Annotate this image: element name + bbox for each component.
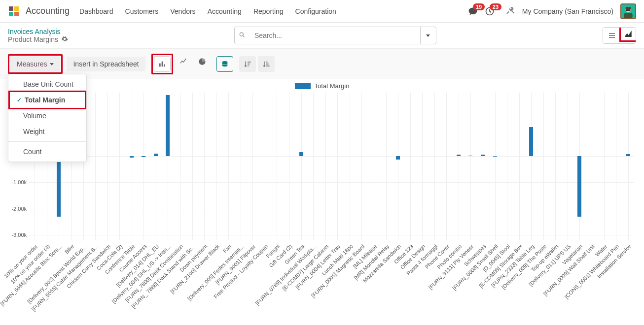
chart-bar[interactable] [481, 155, 485, 156]
breadcrumb-bottom: Product Margins [8, 35, 68, 44]
measures-highlight: Measures [8, 54, 63, 74]
stack-group [216, 56, 233, 72]
activities-icon[interactable]: 23 [485, 6, 495, 16]
nav-dashboard[interactable]: Dashboard [79, 7, 113, 15]
chart-bar[interactable] [626, 154, 630, 156]
chart-plot: 0.00-1.00k-2.00k-3.00k [29, 93, 634, 240]
measure-volume[interactable]: Volume [8, 108, 86, 124]
ytick: -2.00k [8, 206, 27, 212]
measure-base-unit-count[interactable]: Base Unit Count [8, 76, 86, 92]
legend-swatch [295, 83, 311, 89]
line-chart-button[interactable] [175, 54, 192, 69]
bar-chart-button[interactable] [154, 56, 171, 72]
graph-toolbar: Measures Insert in Spreadsheet [0, 48, 644, 79]
app-title[interactable]: Accounting [26, 6, 70, 16]
search-icon [235, 32, 250, 40]
gear-icon[interactable] [61, 35, 68, 44]
breadcrumb-top[interactable]: Invoices Analysis [8, 28, 68, 35]
search-box [234, 27, 436, 44]
topnav-right: 19 23 My Company (San Francisco) [468, 3, 636, 19]
check-icon: ✓ [17, 97, 22, 103]
measure-count[interactable]: Count [8, 144, 86, 160]
dropdown-separator [8, 141, 86, 142]
search-options-button[interactable] [420, 27, 436, 44]
svg-rect-0 [9, 6, 13, 11]
svg-rect-14 [164, 65, 165, 67]
breadcrumb: Invoices Analysis Product Margins [8, 28, 68, 44]
svg-rect-2 [9, 12, 13, 16]
stacked-button[interactable] [216, 56, 233, 72]
chart-area: Total Margin 0.00-1.00k-2.00k-3.00k 10% … [0, 79, 644, 325]
search-input[interactable] [250, 28, 420, 43]
nav-configuration[interactable]: Configuration [295, 7, 336, 15]
legend-label: Total Margin [315, 82, 350, 90]
svg-line-11 [243, 35, 245, 37]
svg-point-10 [240, 32, 243, 36]
svg-rect-7 [624, 13, 633, 18]
xlabel: Free Product - Loyalty Coupen [213, 243, 269, 299]
tools-icon[interactable] [506, 6, 515, 16]
view-switcher [603, 27, 636, 44]
chart-type-group [151, 54, 211, 74]
svg-point-15 [222, 61, 227, 63]
svg-rect-1 [14, 6, 19, 11]
insert-spreadsheet-button[interactable]: Insert in Spreadsheet [67, 57, 145, 71]
measures-dropdown: Base Unit Count ✓Total Margin Volume Wei… [8, 74, 87, 162]
sort-desc-button[interactable] [239, 56, 256, 72]
measures-button[interactable]: Measures [10, 57, 60, 71]
nav-reporting[interactable]: Reporting [253, 7, 284, 15]
messages-icon[interactable]: 19 [468, 6, 478, 16]
chart-bar[interactable] [457, 155, 461, 156]
app-logo [8, 5, 20, 17]
sort-asc-button[interactable] [258, 56, 275, 72]
nav-customers[interactable]: Customers [125, 7, 159, 15]
topnav: Accounting Dashboard Customers Vendors A… [0, 0, 644, 23]
svg-rect-9 [626, 9, 631, 11]
chart-bar[interactable] [468, 156, 472, 156]
search-wrap [76, 27, 595, 44]
measure-weight[interactable]: Weight [8, 124, 86, 139]
nav-accounting[interactable]: Accounting [208, 7, 242, 15]
chart-legend: Total Margin [8, 79, 636, 93]
sort-group [239, 56, 275, 72]
company-selector[interactable]: My Company (San Francisco) [522, 7, 613, 15]
nav-vendors[interactable]: Vendors [170, 7, 195, 15]
chart-bar[interactable] [577, 156, 581, 217]
measures-label: Measures [17, 60, 47, 68]
chart-bar[interactable] [493, 156, 497, 157]
chart-bar[interactable] [130, 156, 134, 158]
breadcrumb-current: Product Margins [8, 35, 58, 43]
chart-bar[interactable] [299, 152, 303, 156]
svg-rect-8 [626, 7, 631, 9]
measure-total-margin[interactable]: ✓Total Margin [8, 91, 86, 109]
chart-bar[interactable] [396, 156, 400, 160]
chart-bar[interactable] [142, 156, 145, 157]
chevron-down-icon [50, 63, 54, 65]
nav-links: Dashboard Customers Vendors Accounting R… [79, 7, 336, 15]
view-graph-button[interactable] [619, 27, 636, 42]
chevron-down-icon [426, 34, 430, 37]
messages-badge: 19 [473, 3, 485, 10]
avatar[interactable] [620, 3, 636, 19]
svg-rect-3 [14, 12, 19, 16]
chart-bar[interactable] [166, 95, 170, 156]
chart-bar[interactable] [529, 127, 533, 156]
chart-bar[interactable] [57, 156, 61, 217]
activities-badge: 23 [490, 3, 501, 10]
ytick: -3.00k [8, 232, 27, 238]
pie-chart-button[interactable] [194, 54, 211, 69]
chart-xlabels: 10% on your order10% on your order (4)[F… [29, 240, 634, 325]
svg-rect-12 [159, 64, 161, 67]
ytick: -1.00k [8, 179, 27, 185]
view-list-button[interactable] [603, 28, 621, 43]
chart-bar[interactable] [154, 154, 158, 156]
svg-rect-13 [161, 62, 163, 67]
subheader: Invoices Analysis Product Margins [0, 23, 644, 48]
barchart-highlight [151, 54, 173, 74]
